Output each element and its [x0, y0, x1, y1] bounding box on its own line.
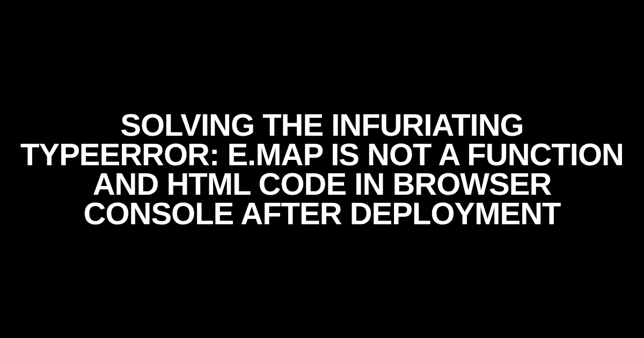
page-title: SOLVING THE INFURIATING TYPEERROR: E.MAP… [19, 110, 625, 228]
